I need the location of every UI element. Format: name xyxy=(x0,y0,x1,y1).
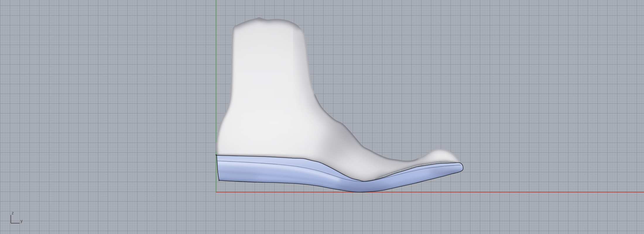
axis-gizmo-z-label: z xyxy=(12,211,14,215)
3d-viewport[interactable]: z y xyxy=(0,0,644,234)
axis-gizmo-y-label: y xyxy=(20,218,23,223)
